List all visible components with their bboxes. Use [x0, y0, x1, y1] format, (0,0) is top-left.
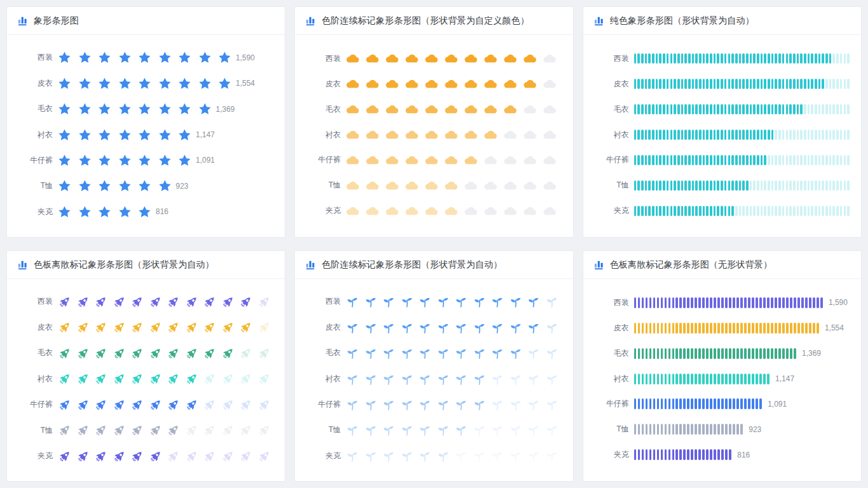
rocket-icon[interactable] — [239, 449, 253, 463]
cloud-icon[interactable] — [385, 207, 399, 215]
sprout-icon[interactable] — [527, 423, 540, 437]
sprout-icon[interactable] — [454, 346, 468, 360]
rocket-icon[interactable] — [203, 295, 217, 309]
dash-icon[interactable] — [800, 104, 803, 114]
cloud-icon[interactable] — [365, 181, 379, 190]
dash-icon[interactable] — [645, 53, 648, 64]
star-icon[interactable] — [118, 128, 132, 142]
dash-icon[interactable] — [818, 155, 821, 165]
dash-icon[interactable] — [742, 53, 745, 64]
dash-icon[interactable] — [695, 297, 697, 308]
sprout-icon[interactable] — [437, 398, 450, 411]
dash-icon[interactable] — [847, 180, 850, 191]
dash-icon[interactable] — [844, 180, 846, 191]
rocket-icon[interactable] — [185, 423, 199, 437]
sprout-icon[interactable] — [545, 423, 559, 437]
star-icon[interactable] — [138, 179, 151, 193]
dash-icon[interactable] — [771, 323, 773, 334]
dash-icon[interactable] — [646, 323, 648, 334]
dash-icon[interactable] — [822, 155, 824, 165]
rocket-icon[interactable] — [58, 295, 72, 309]
rocket-icon[interactable] — [94, 398, 108, 412]
dash-icon[interactable] — [825, 79, 828, 89]
dash-icon[interactable] — [746, 130, 749, 140]
dash-icon[interactable] — [672, 398, 675, 409]
dash-icon[interactable] — [668, 374, 671, 384]
dash-icon[interactable] — [706, 155, 709, 165]
dash-icon[interactable] — [717, 130, 719, 140]
dash-icon[interactable] — [663, 79, 665, 89]
dash-icon[interactable] — [653, 398, 656, 409]
dash-icon[interactable] — [729, 424, 731, 435]
dash-icon[interactable] — [674, 155, 676, 165]
dash-icon[interactable] — [818, 130, 821, 140]
sprout-icon[interactable] — [491, 398, 504, 411]
dash-icon[interactable] — [800, 79, 803, 89]
rocket-icon[interactable] — [221, 320, 235, 334]
sprout-icon[interactable] — [509, 372, 522, 386]
sprout-icon[interactable] — [382, 423, 395, 437]
cloud-icon[interactable] — [523, 105, 537, 114]
dash-icon[interactable] — [729, 323, 731, 334]
dash-icon[interactable] — [771, 206, 774, 216]
star-icon[interactable] — [118, 154, 132, 167]
dash-icon[interactable] — [729, 374, 731, 384]
sprout-icon[interactable] — [545, 346, 559, 360]
dash-icon[interactable] — [683, 348, 686, 359]
dash-icon[interactable] — [768, 206, 770, 216]
star-icon[interactable] — [98, 205, 111, 219]
dash-icon[interactable] — [656, 130, 658, 140]
dash-icon[interactable] — [721, 130, 723, 140]
dash-icon[interactable] — [692, 130, 695, 140]
dash-icon[interactable] — [764, 130, 766, 140]
sprout-icon[interactable] — [454, 449, 468, 463]
dash-icon[interactable] — [695, 398, 697, 409]
dash-icon[interactable] — [775, 104, 777, 114]
dash-icon[interactable] — [800, 155, 803, 165]
dash-icon[interactable] — [778, 53, 781, 64]
sprout-icon[interactable] — [473, 398, 486, 411]
dash-icon[interactable] — [761, 180, 763, 191]
dash-icon[interactable] — [677, 79, 680, 89]
cloud-icon[interactable] — [424, 105, 438, 114]
dash-icon[interactable] — [847, 104, 850, 114]
dash-icon[interactable] — [804, 155, 806, 165]
dash-icon[interactable] — [710, 374, 712, 384]
sprout-icon[interactable] — [364, 346, 377, 360]
sprout-icon[interactable] — [473, 372, 486, 386]
dash-icon[interactable] — [706, 206, 709, 216]
dash-icon[interactable] — [800, 206, 803, 216]
dash-icon[interactable] — [634, 374, 637, 384]
dash-icon[interactable] — [695, 79, 698, 89]
sprout-icon[interactable] — [527, 346, 540, 360]
dash-icon[interactable] — [818, 53, 821, 64]
dash-icon[interactable] — [721, 398, 724, 409]
rocket-icon[interactable] — [58, 449, 72, 463]
star-icon[interactable] — [78, 128, 92, 142]
sprout-icon[interactable] — [437, 321, 450, 334]
dash-icon[interactable] — [679, 297, 682, 308]
dash-icon[interactable] — [778, 323, 781, 334]
dash-icon[interactable] — [789, 180, 792, 191]
dash-icon[interactable] — [739, 79, 742, 89]
rocket-icon[interactable] — [76, 449, 90, 463]
dash-icon[interactable] — [677, 180, 680, 191]
dash-icon[interactable] — [748, 297, 750, 308]
rocket-icon[interactable] — [76, 423, 90, 437]
dash-icon[interactable] — [832, 53, 835, 64]
dash-icon[interactable] — [752, 398, 754, 409]
dash-icon[interactable] — [659, 104, 661, 114]
sprout-icon[interactable] — [400, 321, 414, 334]
dash-icon[interactable] — [789, 53, 792, 64]
dash-icon[interactable] — [675, 424, 678, 435]
dash-icon[interactable] — [808, 206, 810, 216]
dash-icon[interactable] — [731, 155, 734, 165]
dash-icon[interactable] — [818, 79, 821, 89]
star-icon[interactable] — [158, 77, 172, 90]
cloud-icon[interactable] — [424, 207, 438, 215]
dash-icon[interactable] — [692, 206, 695, 216]
dash-icon[interactable] — [641, 53, 644, 64]
dash-icon[interactable] — [793, 180, 796, 191]
dash-icon[interactable] — [756, 398, 758, 409]
dash-icon[interactable] — [714, 130, 716, 140]
